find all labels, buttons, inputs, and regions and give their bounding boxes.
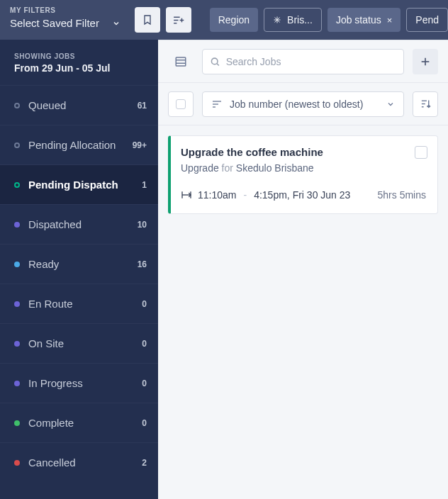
job-title: Upgrade the coffee machine <box>181 146 426 158</box>
chip-job-status[interactable]: Job status × <box>327 8 401 32</box>
svg-line-13 <box>217 63 219 65</box>
status-item-left: Cancelled <box>14 456 76 469</box>
status-label: Cancelled <box>28 456 76 469</box>
status-dot-icon <box>14 142 20 148</box>
search-box[interactable] <box>202 49 404 74</box>
select-all-checkbox[interactable] <box>168 91 194 117</box>
job-end-time: 4:15pm, Fri 30 Jun 23 <box>254 189 350 201</box>
checkbox-icon <box>176 99 186 109</box>
status-count: 0 <box>142 299 147 309</box>
plus-icon <box>420 56 431 67</box>
status-count: 16 <box>138 259 147 269</box>
saved-filter-dropdown[interactable]: Select Saved Filter <box>10 17 121 29</box>
job-account: Skedulo Brisbane <box>236 162 314 174</box>
status-dot-icon <box>14 301 20 307</box>
sidebar-status-item[interactable]: Dispatched10 <box>0 204 158 244</box>
showing-label: SHOWING JOBS <box>14 52 145 60</box>
chip-region[interactable]: Region <box>210 8 258 32</box>
status-label: Pending Dispatch <box>28 179 118 191</box>
svg-point-12 <box>211 58 218 65</box>
sidebar-status-item[interactable]: Queued61 <box>0 85 158 125</box>
add-job-button[interactable] <box>413 49 438 74</box>
search-input[interactable] <box>226 56 396 67</box>
bookmark-button[interactable] <box>135 7 160 33</box>
status-item-left: Complete <box>14 417 74 429</box>
status-label: Queued <box>28 99 66 111</box>
sidebar-status-item[interactable]: En Route0 <box>0 284 158 323</box>
panel-toggle-icon <box>174 55 187 68</box>
status-item-left: In Progress <box>14 377 83 389</box>
status-count: 99+ <box>133 140 147 150</box>
panel-toggle-button[interactable] <box>168 49 194 74</box>
status-label: En Route <box>28 298 73 310</box>
sort-direction-button[interactable] <box>413 91 438 117</box>
bookmark-icon <box>142 14 153 26</box>
sidebar-status-item[interactable]: Pending Dispatch1 <box>0 164 158 204</box>
job-time-row: 11:10am - 4:15pm, Fri 30 Jun 23 5hrs 5mi… <box>181 189 426 201</box>
sidebar-status-item[interactable]: Pending Allocation99+ <box>0 125 158 164</box>
close-icon[interactable]: × <box>387 15 393 26</box>
chip-label: Bris... <box>287 14 313 26</box>
sort-direction-icon <box>420 98 432 110</box>
status-item-left: En Route <box>14 298 73 310</box>
chip-brisbane[interactable]: Bris... <box>264 8 322 32</box>
sidebar-status-item[interactable]: Cancelled2 <box>0 442 158 482</box>
status-dot-icon <box>14 460 20 466</box>
time-dash: - <box>243 189 247 201</box>
status-dot-icon <box>14 420 20 426</box>
job-card[interactable]: Upgrade the coffee machine Upgrade for S… <box>168 135 438 214</box>
status-dot-icon <box>14 381 20 386</box>
job-cards-area: Upgrade the coffee machine Upgrade for S… <box>158 125 448 224</box>
status-item-left: Pending Allocation <box>14 139 116 151</box>
filter-chips-row: Region Bris... Job status × Pend <box>210 0 448 40</box>
sort-left: Job number (newest to oldest) <box>211 99 363 110</box>
sort-select[interactable]: Job number (newest to oldest) <box>202 91 404 117</box>
lower-area: SHOWING JOBS From 29 Jun - 05 Jul Queued… <box>0 40 448 499</box>
job-card-checkbox[interactable] <box>415 146 427 159</box>
job-subtitle: Upgrade for Skedulo Brisbane <box>181 162 426 174</box>
asterisk-icon <box>273 16 281 24</box>
sidebar: SHOWING JOBS From 29 Jun - 05 Jul Queued… <box>0 40 158 499</box>
sort-icon <box>211 99 223 110</box>
sort-label: Job number (newest to oldest) <box>230 99 363 110</box>
status-label: In Progress <box>28 377 83 389</box>
status-item-left: Pending Dispatch <box>14 179 118 191</box>
toolbar-row-1 <box>158 40 448 83</box>
date-range: From 29 Jun - 05 Jul <box>14 62 145 74</box>
chip-pending[interactable]: Pend <box>406 8 448 32</box>
status-list: Queued61Pending Allocation99+Pending Dis… <box>0 85 158 482</box>
chevron-down-icon <box>386 100 395 108</box>
status-dot-icon <box>14 103 20 108</box>
chip-label: Pend <box>415 14 439 26</box>
status-label: Dispatched <box>28 218 82 230</box>
chip-label: Region <box>218 14 250 26</box>
saved-filter-text: Select Saved Filter <box>10 17 99 29</box>
time-span-icon <box>181 190 192 200</box>
status-label: Complete <box>28 417 74 429</box>
job-for-word: for <box>222 162 233 174</box>
status-count: 0 <box>142 339 147 349</box>
sidebar-status-item[interactable]: Complete0 <box>0 403 158 442</box>
job-duration: 5hrs 5mins <box>378 189 426 201</box>
main-panel: Job number (newest to oldest) Upgrade th… <box>158 40 448 499</box>
chip-label: Job status <box>336 14 381 26</box>
sidebar-status-item[interactable]: Ready16 <box>0 244 158 284</box>
status-count: 10 <box>138 220 147 230</box>
my-filters-block: MY FILTERS Select Saved Filter <box>0 0 129 40</box>
sidebar-status-item[interactable]: In Progress0 <box>0 363 158 403</box>
filter-add-icon <box>172 14 184 26</box>
showing-block: SHOWING JOBS From 29 Jun - 05 Jul <box>0 40 158 85</box>
add-filter-button[interactable] <box>166 7 191 33</box>
job-type: Upgrade <box>181 162 219 174</box>
status-count: 1 <box>142 180 147 190</box>
sidebar-status-item[interactable]: On Site0 <box>0 323 158 363</box>
status-label: Ready <box>28 258 59 270</box>
status-count: 2 <box>142 458 147 468</box>
status-item-left: Queued <box>14 99 66 111</box>
job-time-left: 11:10am - 4:15pm, Fri 30 Jun 23 <box>181 189 350 201</box>
job-start-time: 11:10am <box>198 189 236 201</box>
status-dot-icon <box>14 182 20 188</box>
status-label: On Site <box>28 337 64 349</box>
status-label: Pending Allocation <box>28 139 116 151</box>
my-filters-label: MY FILTERS <box>10 6 121 14</box>
